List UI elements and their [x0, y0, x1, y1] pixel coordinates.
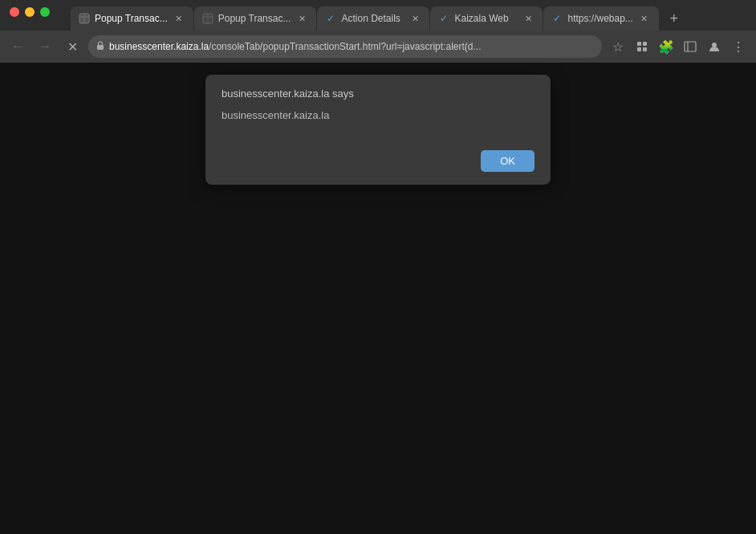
- tab-popup-transac-1[interactable]: Popup Transac... ✕: [71, 6, 193, 31]
- tab-close-4[interactable]: ✕: [522, 12, 534, 25]
- tab-close-1[interactable]: ✕: [173, 12, 185, 25]
- forward-button[interactable]: →: [34, 35, 56, 58]
- nav-bar: ← → ✕ businesscenter.kaiza.la/consoleTab…: [0, 31, 756, 63]
- svg-rect-6: [97, 45, 104, 50]
- svg-rect-7: [637, 42, 641, 46]
- alert-header: businesscenter.kaiza.la says businesscen…: [205, 75, 551, 141]
- tab-webapp[interactable]: ✓ https://webap... ✕: [543, 6, 658, 31]
- address-bar[interactable]: businesscenter.kaiza.la/consoleTab/popup…: [88, 35, 602, 58]
- profile-button[interactable]: [703, 35, 726, 58]
- tab-bar-wrapper: Popup Transac... ✕ Popup Transac... ✕ ✓: [6, 6, 685, 31]
- alert-ok-button[interactable]: OK: [481, 150, 534, 172]
- tab-favicon-2: [202, 13, 213, 24]
- svg-rect-9: [637, 47, 641, 51]
- tab-title-3: Action Details: [341, 13, 404, 24]
- alert-message: businesscenter.kaiza.la: [222, 109, 534, 134]
- tab-favicon-1: [79, 13, 90, 24]
- minimize-button-traffic-light[interactable]: [25, 7, 35, 17]
- tab-bar: Popup Transac... ✕ Popup Transac... ✕ ✓: [0, 0, 756, 31]
- alert-footer: OK: [205, 141, 551, 185]
- bookmark-button[interactable]: ☆: [607, 35, 629, 58]
- tab-close-2[interactable]: ✕: [295, 12, 308, 25]
- tab-close-3[interactable]: ✕: [408, 12, 421, 25]
- tab-favicon-3: ✓: [325, 13, 336, 24]
- sidebar-button[interactable]: [679, 35, 701, 58]
- nav-right-buttons: ☆ 🧩: [607, 35, 750, 58]
- url-display: businesscenter.kaiza.la/consoleTab/popup…: [109, 41, 594, 52]
- extension-puzzle-button[interactable]: [631, 35, 653, 58]
- tab-close-5[interactable]: ✕: [638, 12, 651, 25]
- tab-title-1: Popup Transac...: [95, 13, 168, 24]
- tab-title-2: Popup Transac...: [218, 13, 291, 24]
- maximize-button-traffic-light[interactable]: [40, 7, 50, 17]
- browser-chrome: Popup Transac... ✕ Popup Transac... ✕ ✓: [0, 0, 756, 63]
- menu-button[interactable]: ⋮: [727, 35, 750, 58]
- svg-rect-10: [643, 47, 647, 51]
- tab-popup-transac-2[interactable]: Popup Transac... ✕: [194, 6, 317, 31]
- new-tab-button[interactable]: +: [663, 7, 685, 30]
- content-area: businesscenter.kaiza.la says businesscen…: [0, 63, 756, 534]
- security-icon: [96, 41, 104, 52]
- tab-favicon-5: ✓: [551, 13, 563, 24]
- tab-action-details[interactable]: ✓ Action Details ✕: [317, 6, 429, 31]
- tab-kaizala-web[interactable]: ✓ Kaizala Web ✕: [430, 6, 543, 31]
- alert-dialog: businesscenter.kaiza.la says businesscen…: [205, 75, 551, 185]
- extension-button[interactable]: 🧩: [655, 35, 677, 58]
- reload-button[interactable]: ✕: [61, 35, 83, 58]
- close-button-traffic-light[interactable]: [10, 7, 19, 17]
- traffic-lights: [10, 7, 50, 17]
- url-domain: businesscenter.kaiza.la: [109, 41, 209, 52]
- back-button[interactable]: ←: [6, 35, 29, 58]
- tab-title-4: Kaizala Web: [454, 13, 517, 24]
- svg-rect-11: [685, 42, 696, 51]
- alert-origin: businesscenter.kaiza.la says: [222, 88, 534, 100]
- tab-favicon-4: ✓: [438, 13, 449, 24]
- url-path: /consoleTab/popupTransactionStart.html?u…: [209, 41, 481, 52]
- tab-title-5: https://webap...: [567, 13, 632, 24]
- svg-rect-8: [643, 42, 647, 46]
